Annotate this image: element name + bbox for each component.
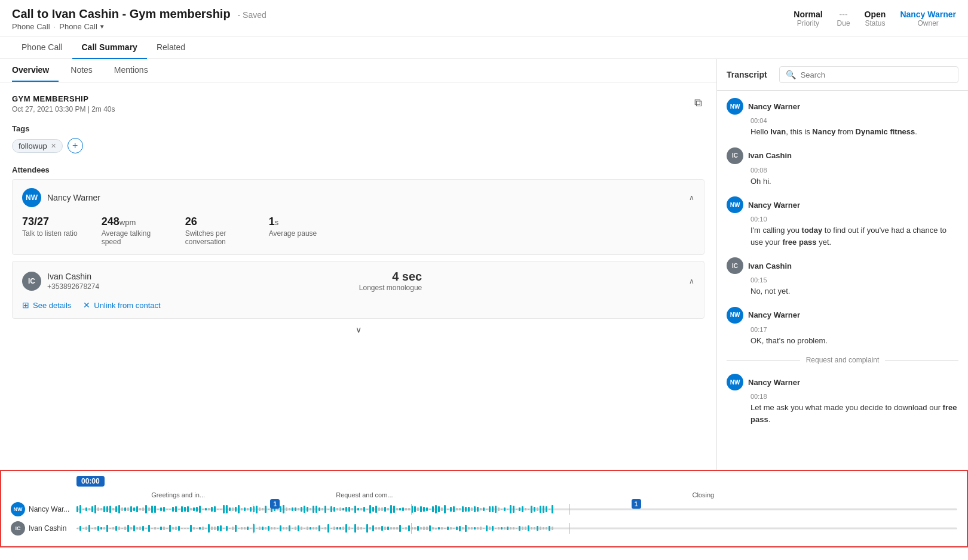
nw-waveform[interactable]: 11 — [76, 504, 957, 515]
transcript-entry: NW Nancy Warner 00:18 Let me ask you wha… — [727, 374, 958, 425]
transcript-entry: NW Nancy Warner 00:17 OK, that's no prob… — [727, 307, 958, 347]
see-details-link[interactable]: ⊞ See details — [22, 300, 71, 310]
stat-talking-speed: 248wpm Average talking speed — [102, 216, 161, 246]
tab-notes[interactable]: Notes — [71, 59, 102, 82]
ic-waveform[interactable] — [76, 523, 957, 534]
monologue-stat: 4 sec Longest monologue — [359, 270, 422, 292]
owner-meta[interactable]: Nancy Warner Owner — [900, 10, 956, 27]
transcript-entry: NW Nancy Warner 00:04 Hello Ivan, this i… — [727, 98, 958, 138]
segment-labels: Greetings and in... Request and com... C… — [11, 491, 957, 499]
tags-section: Tags followup ✕ + — [12, 124, 704, 153]
ivan-name-block: Ivan Cashin +353892678274 — [47, 272, 99, 291]
speaker-row: IC Ivan Cashin — [727, 257, 958, 274]
speaker-row: NW Nancy Warner — [727, 374, 958, 390]
time-badge[interactable]: 00:00 — [76, 476, 105, 487]
header-left: Call to Ivan Cashin - Gym membership - S… — [12, 7, 266, 31]
attendee-nancy: NW Nancy Warner ∧ 73/27 Talk to listen r… — [12, 179, 704, 255]
avatar-nw-timeline: NW — [11, 502, 25, 516]
speaker-row: NW Nancy Warner — [727, 196, 958, 213]
tab-phone-call[interactable]: Phone Call — [12, 36, 72, 59]
priority-meta: Normal Priority — [794, 10, 822, 27]
avatar-nw-small: NW — [727, 374, 743, 390]
transcript-entry: IC Ivan Cashin 00:08 Oh hi. — [727, 147, 958, 187]
tab-call-summary[interactable]: Call Summary — [72, 36, 147, 59]
add-tag-button[interactable]: + — [68, 138, 83, 153]
avatar-nw-small: NW — [727, 98, 743, 115]
stat-avg-pause: 1s Average pause — [269, 216, 317, 246]
avatar-nw-small: NW — [727, 307, 743, 324]
track-avatar-ic: IC Ivan Cashin — [11, 521, 76, 536]
expand-button[interactable]: ∨ — [12, 325, 704, 334]
chevron-down-icon: ▼ — [99, 23, 105, 30]
transcript-body: NW Nancy Warner 00:04 Hello Ivan, this i… — [717, 91, 968, 470]
left-panel: Overview Notes Mentions GYM MEMBERSHIP O… — [0, 59, 717, 470]
section-divider: Request and complaint — [727, 356, 958, 364]
right-panel: Transcript 🔍 NW Nancy Warner 00:04 Hello… — [717, 59, 968, 470]
transcript-entry: NW Nancy Warner 00:10 I'm calling you to… — [727, 196, 958, 248]
tab-related[interactable]: Related — [147, 36, 195, 59]
details-icon: ⊞ — [22, 300, 29, 310]
attendee-ivan: IC Ivan Cashin +353892678274 4 sec Longe… — [12, 261, 704, 319]
overview-content: GYM MEMBERSHIP Oct 27, 2021 03:30 PM | 2… — [0, 82, 716, 346]
transcript-header: Transcript 🔍 — [717, 59, 968, 91]
unlink-contact-link[interactable]: ✕ Unlink from contact — [83, 300, 160, 310]
speaker-row: IC Ivan Cashin — [727, 147, 958, 164]
breadcrumb-dropdown[interactable]: Phone Call ▼ — [59, 22, 105, 31]
copy-icon[interactable]: ⧉ — [692, 94, 704, 112]
attendee-nancy-header: NW Nancy Warner ∧ — [22, 188, 694, 207]
header-right: Normal Priority --- Due Open Status Nanc… — [794, 10, 956, 27]
inner-tabs: Overview Notes Mentions — [0, 59, 716, 82]
speaker-row: NW Nancy Warner — [727, 98, 958, 115]
tags-container: followup ✕ + — [12, 138, 704, 153]
search-input[interactable] — [801, 70, 952, 79]
timeline-inner: 00:00 Greetings and in... Request and co… — [1, 471, 967, 543]
page-title: Call to Ivan Cashin - Gym membership - S… — [12, 7, 266, 21]
breadcrumb: Phone Call · Phone Call ▼ — [12, 22, 266, 31]
avatar-nw-small: NW — [727, 196, 743, 213]
unlink-icon: ✕ — [83, 300, 90, 310]
timeline-track-nw: NW Nancy War... 11 — [11, 502, 957, 516]
attendee-nancy-name-row: NW Nancy Warner — [22, 188, 100, 207]
timeline-panel: 00:00 Greetings and in... Request and co… — [0, 470, 968, 547]
avatar-ic: IC — [22, 272, 41, 291]
main-content: Overview Notes Mentions GYM MEMBERSHIP O… — [0, 59, 968, 470]
stat-switches: 26 Switches per conversation — [185, 216, 245, 246]
stat-talk-listen: 73/27 Talk to listen ratio — [22, 216, 78, 246]
track-avatar-nw: NW Nancy War... — [11, 502, 76, 516]
speaker-row: NW Nancy Warner — [727, 307, 958, 324]
attendee-ivan-row: IC Ivan Cashin +353892678274 4 sec Longe… — [22, 270, 694, 292]
collapse-nancy-icon[interactable]: ∧ — [689, 193, 694, 202]
nancy-stats: 73/27 Talk to listen ratio 248wpm Averag… — [22, 216, 694, 246]
record-header: GYM MEMBERSHIP Oct 27, 2021 03:30 PM | 2… — [12, 94, 704, 113]
collapse-ivan-icon[interactable]: ∧ — [689, 277, 694, 285]
attendees-section: Attendees NW Nancy Warner ∧ — [12, 165, 704, 334]
transcript-search-box[interactable]: 🔍 — [779, 66, 958, 83]
tag-remove-button[interactable]: ✕ — [51, 142, 56, 150]
main-tabs: Phone Call Call Summary Related — [0, 36, 968, 59]
due-meta: --- Due — [837, 10, 850, 27]
avatar-ic-small: IC — [727, 257, 743, 274]
status-meta: Open Status — [865, 10, 886, 27]
actions-row: ⊞ See details ✕ Unlink from contact — [22, 300, 694, 310]
page-header: Call to Ivan Cashin - Gym membership - S… — [0, 0, 968, 36]
avatar-ic-small: IC — [727, 147, 743, 164]
record-info: GYM MEMBERSHIP Oct 27, 2021 03:30 PM | 2… — [12, 94, 115, 113]
avatar-nw: NW — [22, 188, 41, 207]
transcript-entry: IC Ivan Cashin 00:15 No, not yet. — [727, 257, 958, 297]
attendee-ivan-info: IC Ivan Cashin +353892678274 — [22, 272, 99, 291]
search-icon: 🔍 — [786, 70, 796, 79]
timeline-track-ic: IC Ivan Cashin — [11, 521, 957, 536]
tab-mentions[interactable]: Mentions — [114, 59, 158, 82]
avatar-ic-timeline: IC — [11, 521, 25, 536]
tab-overview[interactable]: Overview — [12, 59, 59, 82]
tag-followup: followup ✕ — [12, 139, 63, 153]
